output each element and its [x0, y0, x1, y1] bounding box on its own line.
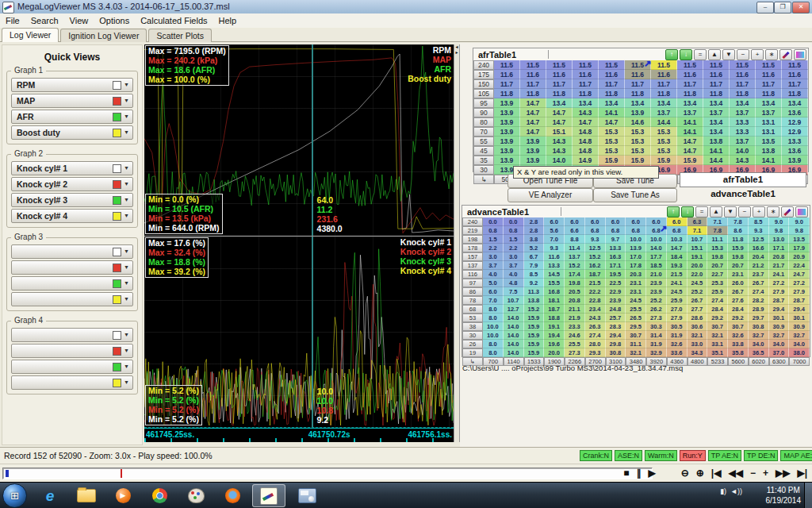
table-cell[interactable]: 15.9 — [599, 156, 625, 165]
table-cell[interactable]: 13.7 — [756, 108, 782, 117]
table-cell[interactable]: 14.0 — [546, 156, 573, 165]
fast-forward-button[interactable]: ▶▶ — [776, 466, 790, 480]
table-cell[interactable]: 0.0 — [504, 217, 524, 226]
scale-button[interactable]: ∗ — [767, 206, 779, 217]
table-cell[interactable]: 6.8 — [585, 226, 606, 235]
table-cell[interactable]: 31.9 — [667, 331, 688, 340]
table-cell[interactable]: 0.8 — [483, 226, 504, 235]
table-cell[interactable]: 14.0 — [504, 348, 524, 357]
table-cell[interactable]: 29.4 — [769, 305, 790, 314]
table-cell[interactable]: 11.7 — [494, 79, 520, 89]
table-cell[interactable]: 35.8 — [728, 348, 749, 357]
table-cell[interactable]: 30.7 — [626, 331, 646, 340]
table-cell[interactable]: 13.9 — [494, 137, 520, 146]
table-cell[interactable]: 19.5 — [606, 270, 626, 279]
y-axis-label[interactable]: 30 — [462, 331, 483, 340]
table-cell[interactable]: 4.0 — [483, 270, 504, 279]
table-cell[interactable]: 13.7 — [703, 108, 730, 117]
taskbar-item-system-tool[interactable] — [290, 484, 324, 507]
table-cell[interactable]: 10.3 — [667, 235, 688, 244]
table-cell[interactable]: 34.0 — [789, 340, 810, 348]
table-cell[interactable]: 29.2 — [728, 314, 749, 322]
table-cell[interactable]: 22.2 — [585, 287, 606, 296]
table-cell[interactable]: 22.0 — [688, 270, 708, 279]
x-axis-label[interactable]: 6300 — [769, 357, 790, 366]
table-cell[interactable]: 19.4 — [544, 331, 565, 340]
increment-button[interactable]: ▲ — [710, 206, 722, 217]
table-cell[interactable]: 17.0 — [626, 252, 646, 261]
table-cell[interactable]: 30.9 — [789, 322, 810, 331]
show-desktop-button[interactable] — [804, 483, 812, 508]
table-cell[interactable]: 13.7 — [730, 137, 756, 146]
table-list-item-advance[interactable]: advanceTable1 — [680, 187, 806, 201]
timeline-slider[interactable] — [2, 468, 653, 479]
table-cell[interactable]: 9.0 — [769, 217, 790, 226]
table-cell[interactable]: 13.6 — [782, 146, 808, 156]
table-cell[interactable]: 30.1 — [769, 314, 790, 322]
table-cell[interactable]: 33.0 — [688, 340, 708, 348]
table-cell[interactable]: 15.1 — [688, 244, 708, 252]
quick-view-selector[interactable]: Boost duty▼ — [11, 125, 133, 140]
table-cell[interactable]: 24.1 — [769, 270, 790, 279]
table-cell[interactable]: 6.6 — [565, 226, 585, 235]
table-cell[interactable]: 14.7 — [677, 137, 703, 146]
table-cell[interactable]: 23.1 — [626, 287, 646, 296]
table-cell[interactable]: 19.1 — [544, 322, 565, 331]
x-axis-label[interactable]: 6020 — [749, 357, 769, 366]
table-cell[interactable]: 14.7 — [546, 108, 573, 117]
table-cell[interactable]: 25.2 — [688, 287, 708, 296]
table-cell[interactable]: 28.2 — [749, 296, 769, 305]
x-axis-label[interactable]: 7000 — [789, 357, 810, 366]
table-cell[interactable]: 14.3 — [546, 146, 573, 156]
table-cell[interactable]: 25.7 — [606, 314, 626, 322]
table-cell[interactable]: 11.8 — [730, 89, 756, 98]
table-cell[interactable]: 11.5 — [573, 60, 599, 70]
skip-start-button[interactable]: |◀ — [711, 466, 722, 480]
table-cell[interactable]: 14.7 — [573, 117, 599, 127]
table-cell[interactable]: 12.5 — [585, 244, 606, 252]
table-cell[interactable]: 13.6 — [782, 108, 808, 117]
table-cell[interactable]: 17.7 — [646, 252, 667, 261]
table-cell[interactable]: 28.0 — [585, 340, 606, 348]
table-cell[interactable]: 11.1 — [707, 235, 728, 244]
y-axis-label[interactable]: 157 — [462, 252, 483, 261]
table-cell[interactable]: 23.1 — [626, 279, 646, 287]
table-cell[interactable]: 13.4 — [703, 127, 730, 137]
table-cell[interactable]: 29.8 — [606, 340, 626, 348]
table-cell[interactable]: 19.6 — [544, 340, 565, 348]
table-cell[interactable]: 13.4 — [730, 98, 756, 108]
graph1-chart[interactable]: Max = 7195.0 (RPM)Max = 240.2 (kPa)Max =… — [144, 44, 454, 237]
table-cell[interactable]: 21.9 — [565, 314, 585, 322]
close-button[interactable]: ✕ — [792, 2, 810, 13]
table-cell[interactable]: 6.7 — [524, 252, 545, 261]
table-cell[interactable]: 21.7 — [769, 261, 790, 270]
table-cell[interactable]: 11.7 — [520, 79, 546, 89]
splitter-right-icon[interactable]: ▸ — [454, 50, 459, 56]
table-cell[interactable]: 14.9 — [573, 156, 599, 165]
ve-analyzer-button[interactable]: VE Analyzer — [508, 188, 593, 202]
table-cell[interactable]: 30.3 — [646, 322, 667, 331]
cursor-line[interactable] — [312, 237, 313, 427]
quick-view-selector[interactable]: RPM▼ — [11, 78, 133, 92]
table-cell[interactable]: 18.8 — [544, 314, 565, 322]
table-cell[interactable]: 6.8 — [667, 226, 688, 235]
table-cell[interactable]: 11.8 — [782, 89, 808, 98]
table-cell[interactable]: 32.1 — [707, 331, 728, 340]
table-cell[interactable]: 23.9 — [646, 287, 667, 296]
table-cell[interactable]: 11.5 — [599, 60, 625, 70]
scale-button[interactable]: ∗ — [765, 49, 778, 60]
table-cell[interactable]: 20.5 — [565, 287, 585, 296]
table-cell[interactable]: 15.9 — [524, 348, 545, 357]
table-cell[interactable]: 14.8 — [573, 127, 599, 137]
table-cell[interactable]: 26.0 — [728, 279, 749, 287]
table-cell[interactable]: 13.1 — [756, 127, 782, 137]
table-cell[interactable]: 13.9 — [494, 117, 520, 127]
table-cell[interactable]: 32.1 — [626, 348, 646, 357]
table-cell[interactable]: 13.8 — [524, 296, 545, 305]
table-cell[interactable]: 27.3 — [646, 314, 667, 322]
table-cell[interactable]: 13.9 — [494, 127, 520, 137]
tab-scatter-plots[interactable]: Scatter Plots — [148, 29, 212, 42]
table-cell[interactable]: 28.7 — [789, 296, 810, 305]
table-cell[interactable]: 29.5 — [626, 322, 646, 331]
table-cell[interactable]: 7.0 — [483, 296, 504, 305]
